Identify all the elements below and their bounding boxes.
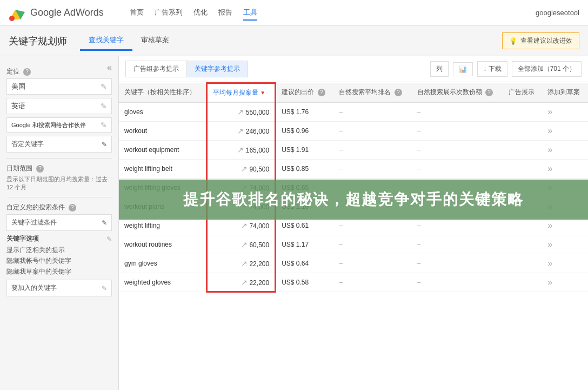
cell-organic-impressions: –: [412, 216, 504, 235]
country-edit-icon[interactable]: ✎: [101, 82, 107, 91]
keyword-filter-edit-icon[interactable]: ✎: [102, 219, 107, 227]
add-to-draft-icon[interactable]: »: [547, 126, 552, 135]
cell-add-to-draft[interactable]: »: [542, 197, 588, 216]
keyword-option-3: 隐藏我草案中的关键字: [6, 267, 112, 276]
add-to-draft-icon[interactable]: »: [547, 259, 552, 268]
keyword-filter-label: 关键字过滤条件: [11, 218, 57, 227]
table-row: gloves ↗ 550,000 US$ 1.76 – – »: [119, 102, 588, 122]
nav-reports[interactable]: 报告: [218, 5, 232, 21]
tab-find-keywords[interactable]: 查找关键字: [80, 31, 132, 51]
chart-button[interactable]: 📊: [453, 62, 473, 76]
tab-keyword[interactable]: 关键字参考提示: [187, 61, 248, 77]
add-all-label: 全部添加（701 个）: [518, 64, 576, 74]
top-nav: Google AdWords 首页 广告系列 优化 报告 工具 googlese…: [0, 0, 588, 26]
network-edit-icon[interactable]: ✎: [101, 121, 107, 129]
view-tabs: 广告组参考提示 关键字参考提示: [125, 61, 248, 77]
positioning-info-icon[interactable]: ?: [23, 68, 31, 76]
add-to-draft-icon[interactable]: »: [547, 145, 552, 154]
network-field[interactable]: Google 和搜索网络合作伙伴 ✎: [6, 117, 112, 133]
language-edit-icon[interactable]: ✎: [101, 102, 107, 110]
country-field[interactable]: 美国 ✎: [6, 78, 112, 95]
cell-add-to-draft[interactable]: »: [542, 122, 588, 141]
main-nav: 首页 广告系列 优化 报告 工具: [130, 5, 257, 21]
trend-icon: ↗: [237, 146, 244, 154]
suggested-bid-info-icon[interactable]: ?: [318, 89, 325, 96]
search-conditions-info-icon[interactable]: ?: [69, 204, 76, 211]
cell-keyword: workout: [119, 122, 206, 141]
add-to-draft-icon[interactable]: »: [547, 240, 552, 249]
organic-impressions-info-icon[interactable]: ?: [485, 89, 493, 96]
cell-organic-rank: –: [333, 216, 411, 235]
content-toolbar: 广告组参考提示 关键字参考提示 列 📊 ↓ 下载 全部添加（701 个）: [119, 56, 588, 82]
content-area: 广告组参考提示 关键字参考提示 列 📊 ↓ 下载 全部添加（701 个）: [119, 56, 588, 390]
table-row: workout routines ↗ 60,500 US$ 1.17 – – »: [119, 235, 588, 254]
table-row: weight lifting ↗ 74,000 US$ 0.61 – – »: [119, 216, 588, 235]
organic-rank-info-icon[interactable]: ?: [395, 89, 402, 96]
download-button[interactable]: ↓ 下载: [477, 61, 507, 77]
keyword-options-list: 显示广泛相关的提示 隐藏我帐号中的关键字 隐藏我草案中的关键字: [6, 246, 112, 276]
col-avg-monthly[interactable]: 平均每月搜案量 ▼: [206, 83, 275, 103]
col-organic-rank: 自然搜索平均排名 ?: [333, 83, 411, 103]
cell-keyword: weight lifting gloves: [119, 179, 206, 197]
col-organic-impressions: 自然搜索展示次数份额 ?: [412, 83, 504, 103]
add-all-button[interactable]: 全部添加（701 个）: [512, 61, 582, 77]
cell-add-to-draft[interactable]: »: [542, 235, 588, 254]
cell-organic-rank: –: [333, 122, 411, 141]
nav-optimize[interactable]: 优化: [193, 5, 208, 21]
page-header: 关键字规划师 查找关键字 审核草案 💡 查看建议以改进效: [0, 26, 588, 56]
cell-organic-impressions: –: [412, 273, 504, 292]
add-to-draft-icon[interactable]: »: [547, 164, 552, 173]
cell-add-to-draft[interactable]: »: [542, 102, 588, 122]
negative-keywords-edit-icon[interactable]: ✎: [102, 141, 107, 148]
cell-organic-impressions: –: [412, 197, 504, 216]
date-range-info-icon[interactable]: ?: [36, 165, 44, 173]
sort-arrow-icon: ▼: [260, 90, 265, 96]
add-to-draft-icon[interactable]: »: [547, 202, 552, 211]
add-keywords-edit-icon[interactable]: ✎: [102, 285, 107, 292]
negative-keywords-section[interactable]: 否定关键字 ✎: [6, 136, 112, 153]
sidebar-collapse-button[interactable]: «: [107, 63, 112, 72]
cell-add-to-draft[interactable]: »: [542, 254, 588, 273]
language-label: 英语: [11, 101, 25, 111]
nav-tools[interactable]: 工具: [243, 5, 257, 21]
keyword-filter-section[interactable]: 关键字过滤条件 ✎: [6, 214, 112, 231]
cell-add-to-draft[interactable]: »: [542, 141, 588, 160]
keyword-option-2: 隐藏我帐号中的关键字: [6, 256, 112, 266]
cell-add-to-draft[interactable]: »: [542, 179, 588, 197]
table-body: gloves ↗ 550,000 US$ 1.76 – – » workout …: [119, 102, 588, 292]
add-to-draft-icon[interactable]: »: [547, 183, 552, 192]
table-row: workout ↗ 246,000 US$ 0.96 – – »: [119, 122, 588, 141]
add-keywords-section[interactable]: 要加入的关键字 ✎: [6, 280, 112, 296]
tab-review-drafts[interactable]: 审核草案: [132, 31, 178, 51]
add-to-draft-icon[interactable]: »: [547, 107, 552, 116]
cell-suggested-bid: US$ 0.65: [276, 179, 334, 197]
cell-organic-rank: –: [333, 141, 411, 160]
nav-campaigns[interactable]: 广告系列: [155, 5, 183, 21]
add-to-draft-icon[interactable]: »: [547, 221, 552, 230]
keyword-table: 关键字（按相关性排序） 平均每月搜案量 ▼ 建议的出价 ? 自然搜索平均排名: [119, 82, 588, 293]
cell-suggested-bid: US$ 1.16: [276, 197, 334, 216]
cell-avg-monthly: ↗ 74,000: [206, 197, 275, 216]
cell-add-to-draft[interactable]: »: [542, 273, 588, 292]
col-add-to-draft-label: 添加到草案: [547, 88, 580, 96]
recommendation-button[interactable]: 💡 查看建议以改进效: [502, 32, 579, 49]
cell-avg-monthly: ↗ 165,000: [206, 141, 275, 160]
language-field[interactable]: 英语 ✎: [6, 98, 112, 114]
main-layout: « 定位 ? 美国 ✎ 英语 ✎ Google 和搜索网络合作伙伴 ✎ 否定关键…: [0, 56, 588, 390]
col-suggested-bid-label: 建议的出价: [282, 88, 314, 96]
col-organic-rank-label: 自然搜索平均排名: [339, 88, 391, 96]
columns-button[interactable]: 列: [430, 61, 449, 77]
cell-add-to-draft[interactable]: »: [542, 216, 588, 235]
col-add-to-draft: 添加到草案: [542, 83, 588, 103]
cell-ad-impressions: [503, 179, 542, 197]
add-to-draft-icon[interactable]: »: [547, 277, 552, 287]
cell-add-to-draft[interactable]: »: [542, 160, 588, 179]
nav-home[interactable]: 首页: [130, 5, 144, 21]
date-range-label: 日期范围: [6, 164, 32, 173]
trend-icon: ↗: [241, 259, 248, 268]
cell-avg-monthly: ↗ 90,500: [206, 160, 275, 179]
tab-ad-group[interactable]: 广告组参考提示: [126, 61, 187, 77]
col-avg-monthly-label: 平均每月搜案量: [213, 89, 258, 96]
keyword-options-edit-icon[interactable]: ✎: [106, 235, 112, 243]
cell-ad-impressions: [503, 160, 542, 179]
